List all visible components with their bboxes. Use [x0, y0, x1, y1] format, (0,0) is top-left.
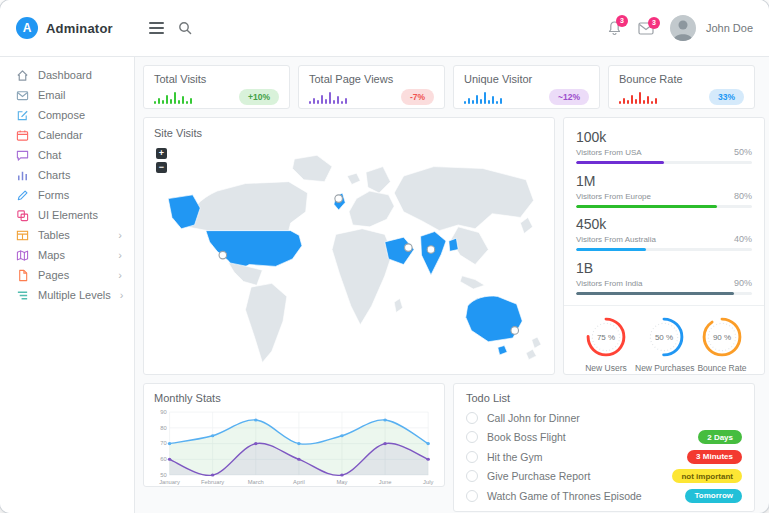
visitor-stat-usa: 100k Visitors From USA 50%	[576, 129, 752, 164]
gauge-bounce-rate: 90 % Bounce Rate	[693, 314, 751, 373]
visitor-stat-australia: 450k Visitors From Australia 40%	[576, 216, 752, 251]
progress-bar	[576, 205, 752, 208]
sparkline-bars	[154, 91, 192, 104]
visitor-value: 1B	[576, 260, 752, 276]
levels-icon	[16, 289, 29, 302]
world-map[interactable]	[150, 144, 548, 370]
map-region-tasmania	[498, 346, 507, 355]
monthly-stats-title: Monthly Stats	[154, 392, 434, 404]
todo-list-card: Todo List Call John for Dinner Book Boss…	[453, 383, 755, 512]
sidebar-item-pages[interactable]: Pages ›	[0, 265, 134, 285]
map-region-asia	[394, 167, 533, 231]
sidebar-item-multiple-levels[interactable]: Multiple Levels ›	[0, 285, 134, 305]
map-country-mexico	[228, 263, 262, 286]
sidebar-item-email[interactable]: Email	[0, 85, 134, 105]
sidebar-item-label: Maps	[38, 249, 65, 261]
svg-text:80: 80	[160, 425, 166, 431]
map-marker	[335, 195, 343, 203]
forms-icon	[16, 189, 29, 202]
sidebar-item-ui-elements[interactable]: UI Elements	[0, 205, 134, 225]
visitor-value: 450k	[576, 216, 752, 232]
stat-cards-row: Total Visits +10% Total Page Views -7% U…	[143, 65, 755, 109]
todo-checkbox[interactable]	[466, 431, 478, 443]
map-country-greenland	[293, 155, 333, 181]
progress-bar	[576, 161, 752, 164]
visitor-label: Visitors From Europe	[576, 192, 651, 201]
chevron-right-icon: ›	[118, 270, 122, 281]
todo-checkbox[interactable]	[466, 412, 478, 424]
todo-label: Book Boss Flight	[487, 431, 566, 443]
messages-button[interactable]: 3	[638, 22, 654, 35]
visitor-stat-europe: 1M Visitors From Europe 80%	[576, 173, 752, 208]
stat-card-bounce-rate: Bounce Rate 33%	[608, 65, 755, 109]
sidebar-item-forms[interactable]: Forms	[0, 185, 134, 205]
map-marker	[511, 327, 519, 335]
gauge-label: Bounce Rate	[693, 363, 751, 373]
map-continent-africa	[332, 229, 392, 325]
sidebar-item-dashboard[interactable]: Dashboard	[0, 65, 134, 85]
sidebar-item-label: Chat	[38, 149, 61, 161]
sparkline-bars	[464, 91, 502, 104]
visitor-value: 1M	[576, 173, 752, 189]
brand-name: Adminator	[46, 21, 113, 36]
sidebar-item-charts[interactable]: Charts	[0, 165, 134, 185]
map-country-india	[421, 232, 446, 275]
chevron-right-icon: ›	[118, 230, 122, 241]
email-icon	[16, 89, 29, 102]
user-avatar[interactable]	[670, 15, 696, 41]
user-name[interactable]: John Doe	[706, 22, 753, 34]
ui-elements-icon	[16, 209, 29, 222]
brand[interactable]: A Adminator	[0, 17, 135, 39]
visitor-percent: 40%	[734, 234, 752, 244]
sidebar-item-label: Pages	[38, 269, 69, 281]
sidebar-item-label: Forms	[38, 189, 69, 201]
main-content: Total Visits +10% Total Page Views -7% U…	[135, 57, 769, 513]
gauge-value: 75 %	[577, 333, 635, 342]
chevron-right-icon: ›	[118, 250, 122, 261]
svg-text:April: April	[293, 480, 305, 486]
map-zoom-out-button[interactable]: −	[156, 162, 167, 173]
map-country-iceland	[347, 173, 360, 184]
stat-card-title: Total Visits	[154, 73, 279, 85]
todo-checkbox[interactable]	[466, 451, 478, 463]
svg-text:February: February	[201, 480, 225, 486]
todo-checkbox[interactable]	[466, 470, 478, 482]
todo-checkbox[interactable]	[466, 490, 478, 502]
stat-card-total-page-views: Total Page Views -7%	[298, 65, 445, 109]
search-icon[interactable]	[178, 21, 192, 35]
sidebar-item-label: Charts	[38, 169, 70, 181]
trend-badge: ~12%	[549, 89, 589, 105]
sidebar-item-maps[interactable]: Maps ›	[0, 245, 134, 265]
sidebar-item-chat[interactable]: Chat	[0, 145, 134, 165]
stat-card-total-visits: Total Visits +10%	[143, 65, 290, 109]
progress-bar	[576, 292, 752, 295]
map-marker	[427, 246, 435, 254]
sidebar-item-label: Email	[38, 89, 66, 101]
map-region-europe	[349, 191, 394, 227]
notifications-button[interactable]: 3	[607, 20, 622, 36]
sidebar-item-calendar[interactable]: Calendar	[0, 125, 134, 145]
sidebar-item-label: Dashboard	[38, 69, 92, 81]
sidebar: Dashboard Email Compose Calendar Chat Ch…	[0, 57, 135, 513]
svg-text:July: July	[423, 480, 434, 486]
calendar-icon	[16, 129, 29, 142]
visitor-label: Visitors From India	[576, 279, 643, 288]
sidebar-item-label: Calendar	[38, 129, 83, 141]
message-count-badge: 3	[648, 17, 660, 29]
todo-badge: not important	[672, 469, 742, 483]
sidebar-item-label: Compose	[38, 109, 85, 121]
site-visits-card: Site Visits + −	[143, 117, 555, 375]
map-country-japan	[520, 217, 532, 233]
svg-text:January: January	[159, 480, 180, 486]
chevron-right-icon: ›	[120, 290, 124, 301]
sidebar-item-tables[interactable]: Tables ›	[0, 225, 134, 245]
trend-badge: -7%	[401, 89, 434, 105]
gauge-value: 90 %	[693, 333, 751, 342]
map-zoom-in-button[interactable]: +	[156, 148, 167, 159]
map-region-scandinavia	[366, 167, 390, 193]
notification-count-badge: 3	[616, 15, 628, 27]
gauge-new-purchases: 50 % New Purchases	[635, 314, 693, 373]
sidebar-item-label: Tables	[38, 229, 70, 241]
sidebar-toggle-icon[interactable]	[149, 19, 164, 37]
sidebar-item-compose[interactable]: Compose	[0, 105, 134, 125]
